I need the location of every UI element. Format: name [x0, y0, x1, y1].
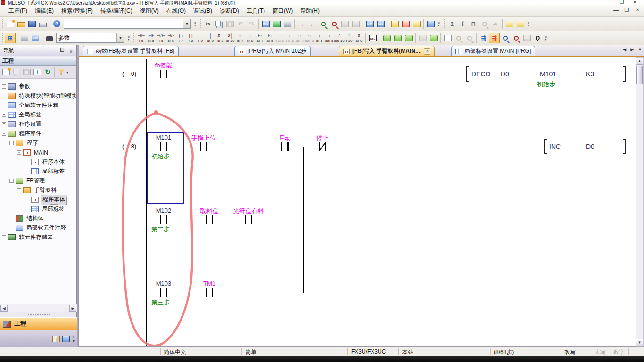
device-monitor-button[interactable] — [271, 18, 282, 29]
toolbar-overflow-button[interactable]: =▾ — [192, 19, 198, 29]
tab-scroll-right-icon[interactable]: ▶ — [630, 47, 634, 52]
program-find-button[interactable] — [453, 33, 464, 43]
combo-dropdown-icon[interactable]: ▼ — [183, 19, 190, 28]
paste-data-button[interactable] — [22, 67, 32, 77]
scroll-left-icon[interactable]: ◀ — [0, 305, 8, 312]
note-batch-button[interactable] — [428, 33, 439, 43]
monitor-display-toggle-button[interactable]: ⇶ — [489, 33, 500, 43]
note-edit-button[interactable] — [392, 33, 403, 43]
tab-fb-arm-pick-active[interactable]: [FB]写入 手臂取料(MAIN.... × — [339, 46, 435, 56]
ladder-logic-test-start-button[interactable] — [504, 18, 515, 29]
ladder-toolbar-overflow-button[interactable]: =▾ — [126, 33, 132, 43]
m102-contact[interactable] — [160, 215, 167, 224]
data-properties-button[interactable]: i — [32, 67, 42, 77]
deco-arg2[interactable]: M101 — [540, 70, 556, 78]
tree-item-main-local-label[interactable]: 局部标签 — [31, 167, 66, 176]
child-close-button[interactable]: × — [634, 7, 641, 14]
menu-item[interactable]: 转换/编译(C) — [97, 6, 136, 16]
ladder-symbol-key-button[interactable]: ─F9 — [196, 32, 206, 44]
tree-horizontal-scrollbar[interactable]: ◀ ▶ — [0, 304, 77, 312]
display-zoom-button[interactable]: Q — [532, 33, 543, 43]
tab-function-fb-label-setting[interactable]: 函数/FB标签设置 手臂取料 [FB] — [83, 46, 179, 56]
tab-close-button[interactable]: × — [424, 48, 430, 55]
copy-data-button[interactable] — [11, 67, 22, 77]
help-button[interactable]: ? — [51, 18, 62, 29]
ladder-symbol-key-button[interactable]: ⊦↑aF7 — [255, 32, 265, 44]
ladder-symbol-key-button[interactable]: ↓caF5 — [324, 32, 334, 44]
tree-item-fb-management[interactable]: -FB管理 — [9, 176, 46, 185]
ladder-symbol-key-button[interactable]: ⊦↓saF8 — [305, 32, 314, 44]
save-button[interactable] — [26, 18, 37, 29]
device-monitor2-button[interactable] — [521, 33, 532, 43]
tree-item-main-program-body[interactable]: 程序本体 — [31, 157, 66, 166]
tab-list-dropdown-icon[interactable]: ▼ — [638, 47, 642, 52]
tree-item-global-device-comment[interactable]: 全局软元件注释 — [8, 101, 60, 110]
quick-access-combobox[interactable]: ▼ — [64, 19, 191, 29]
ladder-symbol-key-button[interactable]: ↑saF5 — [275, 32, 285, 44]
tree-item-special-module[interactable]: 特殊模块(智能功能模块) — [8, 91, 76, 100]
scroll-up-icon[interactable]: ▲ — [636, 58, 643, 65]
expand-icon[interactable]: - — [9, 179, 14, 183]
deco-instruction[interactable]: DECO — [471, 70, 490, 78]
tree-item-program[interactable]: -程序 — [9, 139, 39, 148]
stop-nc-contact[interactable] — [319, 142, 326, 151]
ladder-symbol-key-button[interactable]: ↓sF8 — [245, 32, 255, 44]
toolbar2-overflow-button[interactable]: =▾ — [436, 19, 442, 29]
expand-icon[interactable]: + — [2, 113, 6, 117]
find-button[interactable] — [44, 33, 55, 43]
ladder-symbol-key-button[interactable]: ⊦↑saF7 — [295, 32, 305, 44]
ladder-symbol-key-button[interactable]: └F10 — [344, 32, 354, 44]
print-button[interactable] — [37, 18, 48, 29]
pulse-trace-button[interactable]: ⊓ — [468, 18, 479, 29]
statement-edit-button[interactable] — [403, 33, 414, 43]
editor-vertical-scrollbar[interactable]: ▲ ▼ — [636, 57, 644, 346]
stl-instruction-button[interactable] — [367, 33, 378, 43]
ladder-symbol-key-button[interactable]: { }F8 — [186, 32, 196, 44]
child-minimize-button[interactable]: — — [612, 7, 619, 14]
filter-dropdown-icon[interactable]: ▾ — [66, 70, 68, 74]
ladder-symbol-key-button[interactable]: ✗aF9 — [354, 32, 364, 44]
fiber-material-contact[interactable] — [245, 215, 252, 224]
menu-item[interactable]: 搜索/替换(F) — [58, 6, 97, 16]
menu-item[interactable]: 帮助(H) — [297, 6, 323, 16]
deco-arg3[interactable]: K3 — [586, 70, 594, 78]
start-contact[interactable] — [281, 142, 289, 151]
ladder-symbol-key-button[interactable]: │sF9 — [206, 32, 215, 44]
menu-item[interactable]: 工具(T) — [243, 6, 269, 16]
expand-icon[interactable]: + — [2, 235, 6, 239]
inc-instruction[interactable]: INC — [549, 143, 561, 150]
scroll-down-icon[interactable]: ▼ — [636, 339, 643, 346]
connection-destination-icon[interactable] — [62, 336, 70, 342]
device-comment-display-button[interactable] — [260, 18, 271, 29]
write-to-plc-button[interactable]: → — [296, 18, 307, 29]
ladder-symbol-key-button[interactable]: ⊣/⊢F6 — [156, 32, 166, 44]
watch-window-2-button[interactable] — [400, 18, 411, 29]
scaling-down-button[interactable]: ↧ — [457, 18, 468, 29]
deco-arg1[interactable]: D0 — [501, 70, 509, 78]
scaling-up-button[interactable]: ↥ — [446, 18, 457, 29]
ladder-symbol-key-button[interactable]: ⊦↓aF8 — [265, 32, 275, 44]
tm1-contact[interactable] — [206, 288, 213, 297]
expand-icon[interactable]: - — [17, 188, 21, 192]
user-library-icon[interactable] — [52, 336, 60, 342]
window-restore-button[interactable]: ❒ — [619, 0, 625, 5]
toolbar3-overflow-button[interactable]: =▾ — [526, 19, 531, 29]
monitor-stop-button[interactable] — [350, 18, 361, 29]
menu-item[interactable]: 在线(O) — [163, 6, 190, 16]
panel-splitter[interactable] — [0, 312, 77, 317]
device-display-button[interactable] — [30, 33, 41, 43]
watch-window-3-button[interactable] — [411, 18, 422, 29]
paste-button[interactable] — [224, 18, 235, 29]
tree-item-device-memory[interactable]: +软元件存储器 — [2, 233, 54, 242]
tab-local-label-setting[interactable]: 局部标签设置 MAIN [PRG] — [451, 46, 535, 56]
refresh-view-button[interactable]: ↻ — [42, 67, 53, 77]
expand-icon[interactable]: - — [2, 132, 6, 136]
program-check-button[interactable] — [442, 33, 453, 43]
ladder-symbol-key-button[interactable]: ⊣⊢F5 — [136, 32, 146, 44]
ladder-symbol-key-button[interactable]: ↑sF7 — [235, 32, 245, 44]
ladder-symbol-key-button[interactable]: ⊣/⊦sF6 — [166, 32, 176, 44]
copy-button[interactable] — [214, 18, 224, 29]
undo-button[interactable]: ↶ — [235, 18, 246, 29]
new-file-button[interactable] — [5, 18, 16, 29]
expand-icon[interactable]: + — [2, 84, 6, 89]
